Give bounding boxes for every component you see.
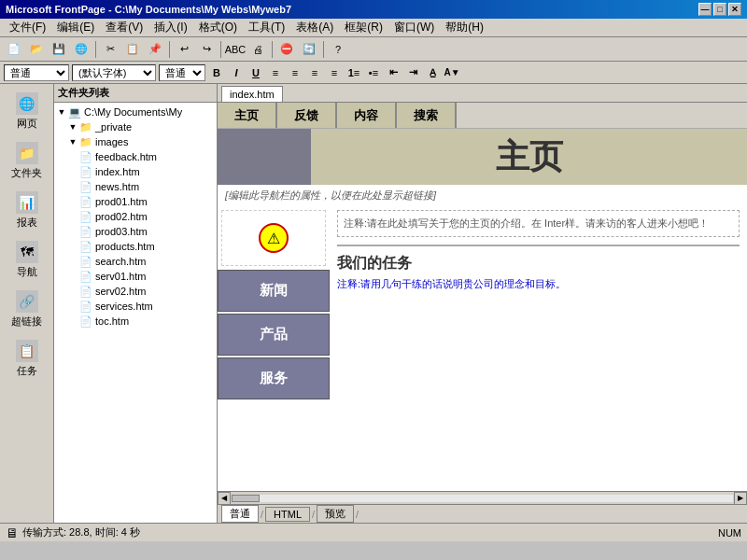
horizontal-scrollbar[interactable]: ◀ ▶	[218, 491, 747, 504]
italic-button[interactable]: I	[228, 64, 245, 81]
view-hyperlinks[interactable]: 🔗 超链接	[4, 286, 50, 333]
tree-node[interactable]: 📄services.htm	[56, 299, 215, 314]
underline-button[interactable]: U	[247, 64, 264, 81]
menu-item-T[interactable]: 工具(T)	[243, 18, 290, 37]
stop-button[interactable]: ⛔	[276, 40, 297, 59]
copy-button[interactable]: 📋	[122, 40, 143, 59]
menu-item-W[interactable]: 窗口(W)	[388, 18, 440, 37]
publish-button[interactable]: 🌐	[71, 40, 92, 59]
titlebar-title: Microsoft FrontPage - C:\My Documents\My…	[6, 4, 291, 15]
tree-node[interactable]: 📄news.htm	[56, 179, 215, 194]
menu-item-A[interactable]: 表格(A)	[290, 18, 339, 37]
sidebar-item-news[interactable]: 新闻	[218, 270, 330, 312]
numbering-button[interactable]: 1≡	[345, 64, 362, 81]
view-tasks[interactable]: 📋 任务	[4, 335, 50, 383]
menu-item-F[interactable]: 文件(F)	[4, 18, 51, 37]
redo-button[interactable]: ↪	[196, 40, 217, 59]
style-select[interactable]: 普通	[4, 64, 69, 81]
webpage-content[interactable]: 主页 反馈 内容 搜索 主页 [编辑此导航栏的属性，以便在此处显示超链接]	[218, 103, 747, 491]
wp-header: 主页	[218, 129, 747, 185]
reports-icon: 📊	[16, 191, 38, 214]
edit-tab-html[interactable]: HTML	[265, 507, 310, 522]
sidebar-item-services[interactable]: 服务	[218, 357, 330, 399]
font-select[interactable]: (默认字体)	[72, 64, 156, 81]
edit-tab-preview[interactable]: 预览	[317, 505, 354, 523]
nav-tab-search[interactable]: 搜索	[397, 103, 457, 128]
help-button[interactable]: ?	[328, 40, 348, 59]
scroll-thumb[interactable]	[232, 495, 260, 502]
scroll-track[interactable]	[232, 495, 733, 502]
menu-item-H[interactable]: 帮助(H)	[440, 18, 489, 37]
file-name: prod01.htm	[95, 196, 148, 207]
tree-node[interactable]: 📄serv02.htm	[56, 284, 215, 299]
menu-item-E[interactable]: 编辑(E)	[51, 18, 100, 37]
nav-tab-home[interactable]: 主页	[218, 103, 277, 128]
align-center-button[interactable]: ≡	[287, 64, 303, 81]
cut-button[interactable]: ✂	[100, 40, 120, 59]
tab-sep-2: /	[312, 509, 315, 520]
tree-node[interactable]: ▼💻C:\My Documents\My	[56, 105, 215, 119]
folder-icon: 📁	[16, 142, 38, 164]
paste-button[interactable]: 📌	[145, 40, 165, 59]
menu-item-R[interactable]: 框架(R)	[339, 18, 388, 37]
align-left-button[interactable]: ≡	[267, 64, 284, 81]
save-button[interactable]: 💾	[49, 40, 69, 59]
tree-node[interactable]: 📄feedback.htm	[56, 149, 215, 164]
menu-item-V[interactable]: 查看(V)	[100, 18, 148, 37]
tree-node[interactable]: 📄toc.htm	[56, 314, 215, 329]
highlight-button[interactable]: A̲	[424, 64, 441, 81]
statusbar-right: NUM	[718, 527, 741, 539]
tree-expand[interactable]: ▼	[67, 136, 78, 147]
menu-item-I[interactable]: 插入(I)	[148, 18, 192, 37]
view-folder[interactable]: 📁 文件夹	[4, 137, 50, 185]
tree-node[interactable]: 📄prod01.htm	[56, 194, 215, 209]
nav-tab-content[interactable]: 内容	[337, 103, 397, 128]
content-tabs: index.htm	[218, 84, 747, 103]
tree-node[interactable]: 📄prod02.htm	[56, 209, 215, 224]
scroll-left-button[interactable]: ◀	[218, 492, 231, 505]
tree-node[interactable]: ▼📁_private	[56, 119, 215, 134]
sidebar-item-products[interactable]: 产品	[218, 314, 330, 356]
toolbar-sep-1	[95, 41, 96, 58]
print-button[interactable]: 🖨	[247, 40, 268, 59]
indent-increase-button[interactable]: ⇥	[404, 64, 421, 81]
tree-expand[interactable]: ▼	[67, 121, 78, 133]
indent-decrease-button[interactable]: ⇤	[385, 64, 402, 81]
tree-node[interactable]: 📄serv01.htm	[56, 269, 215, 284]
file-name: prod03.htm	[95, 226, 148, 237]
scroll-right-button[interactable]: ▶	[734, 492, 747, 505]
wp-header-image	[218, 129, 311, 185]
titlebar: Microsoft FrontPage - C:\My Documents\My…	[0, 0, 747, 19]
file-name: serv02.htm	[95, 286, 146, 297]
close-button[interactable]: ✕	[728, 3, 741, 16]
hyperlinks-icon: 🔗	[16, 290, 38, 313]
new-button[interactable]: 📄	[4, 40, 24, 59]
view-webpage[interactable]: 🌐 网页	[4, 88, 50, 135]
maximize-button[interactable]: □	[713, 3, 726, 16]
undo-button[interactable]: ↩	[174, 40, 194, 59]
tree-node[interactable]: 📄products.htm	[56, 239, 215, 254]
bold-button[interactable]: B	[208, 64, 225, 81]
edit-tab-normal[interactable]: 普通	[221, 505, 259, 523]
view-reports[interactable]: 📊 报表	[4, 187, 50, 234]
content-tab-index[interactable]: index.htm	[221, 86, 283, 102]
refresh-button[interactable]: 🔄	[299, 40, 319, 59]
spellcheck-button[interactable]: ABC	[225, 40, 246, 59]
view-navigation[interactable]: 🗺 导航	[4, 236, 50, 284]
nav-tab-feedback[interactable]: 反馈	[277, 103, 337, 128]
menu-item-O[interactable]: 格式(O)	[193, 18, 243, 37]
size-select[interactable]: 普通	[159, 64, 205, 81]
open-button[interactable]: 📂	[26, 40, 47, 59]
tree-node[interactable]: 📄search.htm	[56, 254, 215, 269]
tree-node[interactable]: 📄prod03.htm	[56, 224, 215, 239]
bullets-button[interactable]: •≡	[365, 64, 382, 81]
network-icon: 🖥	[6, 525, 19, 540]
font-color-button[interactable]: A▼	[444, 64, 460, 81]
minimize-button[interactable]: —	[698, 3, 712, 16]
align-right-button[interactable]: ≡	[306, 64, 323, 81]
tree-expand[interactable]: ▼	[56, 106, 67, 118]
align-justify-button[interactable]: ≡	[326, 64, 343, 81]
tree-node[interactable]: 📄index.htm	[56, 164, 215, 179]
tree-node[interactable]: ▼📁images	[56, 134, 215, 149]
tree-expand	[67, 286, 78, 297]
